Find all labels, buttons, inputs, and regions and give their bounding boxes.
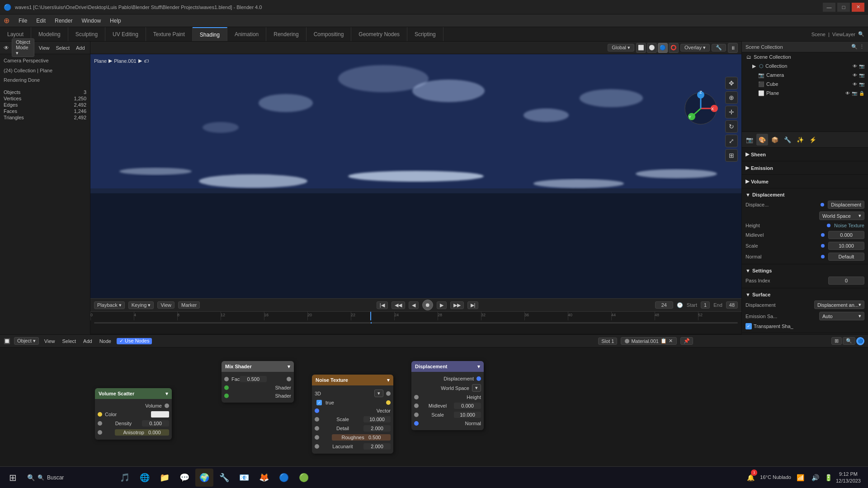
render-icon[interactable]: 📷 (859, 64, 864, 69)
pass-index-value[interactable]: 0 (828, 277, 864, 285)
pause-button[interactable]: ⏸ (728, 43, 738, 53)
height-value[interactable]: Noise Texture (834, 223, 864, 228)
overlay-toggle[interactable]: Overlay ▾ (680, 44, 710, 52)
tab-sculpting[interactable]: Sculpting (68, 27, 105, 41)
tool-transform[interactable]: ⊞ (725, 149, 738, 162)
tab-texture-paint[interactable]: Texture Paint (146, 27, 193, 41)
props-object-icon[interactable]: 📦 (769, 134, 781, 145)
viewport-view[interactable]: View (37, 44, 52, 52)
outliner-scene-collection[interactable]: 🗂 Scene Collection (742, 52, 868, 61)
play-prev-frame[interactable]: ◀ (409, 301, 419, 309)
noise-detail-value[interactable] (363, 425, 391, 432)
props-material-icon[interactable]: 🎨 (756, 134, 768, 145)
noise-scale-socket[interactable] (315, 417, 319, 422)
node-mode-selector[interactable]: Object ▾ (14, 337, 39, 345)
taskbar-blender[interactable]: 🌍 (195, 469, 213, 487)
playback-menu[interactable]: Playback ▾ (94, 301, 125, 309)
viewport-shading-rendered[interactable]: ⭕ (669, 43, 679, 53)
mix-fac-socket[interactable] (224, 377, 229, 381)
timeline-ruler[interactable]: 048121620222428323640444852 (90, 311, 741, 320)
taskbar-firefox[interactable]: 🦊 (255, 469, 273, 487)
taskbar-edge[interactable]: 🔵 (275, 469, 293, 487)
shading-selector[interactable]: Global ▾ (608, 44, 634, 52)
disp-world-space-dropdown[interactable]: ▾ (472, 384, 481, 392)
tab-animation[interactable]: Animation (227, 27, 266, 41)
settings-header[interactable]: ▼ Settings (745, 266, 864, 275)
taskbar-settings[interactable]: 🔧 (215, 469, 233, 487)
transparent-checkbox[interactable]: ✓ (745, 323, 752, 329)
surf-displacement-selector[interactable]: Displacement an... ▾ (814, 300, 864, 309)
node-node[interactable]: Node (98, 338, 113, 345)
node-editor-options[interactable]: ⊞ 🔍 🔵 (831, 337, 864, 345)
outliner-camera[interactable]: 📷 Camera 👁 📷 (742, 70, 868, 80)
volume-scatter-collapse[interactable]: ▾ (165, 391, 168, 397)
displacement-header[interactable]: ▼ Displacement (745, 190, 864, 199)
vol-scatter-color-socket[interactable] (98, 412, 102, 417)
noise-scale-value[interactable] (363, 416, 391, 422)
maximize-button[interactable]: □ (837, 3, 850, 12)
node-displacement[interactable]: Displacement ▾ Displacement World Space … (411, 361, 484, 430)
vol-scatter-anisotropy-socket[interactable] (98, 430, 102, 435)
noise-lacunarity-socket[interactable] (315, 444, 319, 449)
vol-scatter-density-socket[interactable] (98, 421, 102, 426)
outliner-plane[interactable]: ⬜ Plane 👁 📷 🔒 (742, 89, 868, 98)
node-pin[interactable]: 📌 (680, 337, 693, 345)
slot-selector[interactable]: Slot 1 (598, 338, 617, 345)
node-mix-shader[interactable]: Mix Shader ▾ Fac Shader (222, 361, 294, 403)
disp-midlevel-socket[interactable] (414, 404, 419, 408)
menu-render[interactable]: Render (51, 17, 76, 25)
disp-displacement-socket[interactable] (476, 376, 481, 381)
taskbar-chrome[interactable]: 🟢 (295, 469, 313, 487)
play-button[interactable]: ▶ (437, 301, 447, 309)
noise-fac-socket-out[interactable] (386, 391, 391, 396)
keying-menu[interactable]: Keying ▾ (128, 301, 154, 309)
noise-roughness-socket[interactable] (315, 435, 319, 440)
viewport-select[interactable]: Select (54, 44, 71, 52)
tool-rotate[interactable]: ↻ (725, 120, 738, 133)
outliner-filter[interactable]: 🔍 (851, 44, 858, 50)
taskbar-music[interactable]: 🎵 (116, 469, 134, 487)
noise-normalize-checkbox[interactable]: ✓ (316, 400, 322, 405)
vol-scatter-density-value[interactable] (142, 420, 169, 427)
noise-vector-socket[interactable] (315, 408, 319, 413)
noise-detail-socket[interactable] (315, 426, 319, 431)
material-selector[interactable]: Material.001 📋 ✕ (621, 337, 677, 345)
minimize-button[interactable]: — (823, 3, 835, 12)
scale-value[interactable]: 10.000 (828, 242, 864, 250)
noise-texture-collapse[interactable]: ▾ (387, 377, 390, 383)
menu-file[interactable]: File (15, 17, 31, 25)
vol-scatter-volume-socket[interactable] (165, 404, 169, 408)
menu-window[interactable]: Window (78, 17, 104, 25)
node-select[interactable]: Select (61, 338, 78, 345)
emission-header[interactable]: ▶ Emission (745, 163, 864, 173)
node-volume-scatter[interactable]: Volume Scatter ▾ Volume Color (95, 388, 172, 440)
tool-scale[interactable]: ⤢ (725, 135, 738, 147)
tool-cursor[interactable]: ⊕ (725, 91, 738, 104)
mix-shader-collapse[interactable]: ▾ (288, 364, 290, 370)
outliner-collection[interactable]: ▶ ⬡ Collection 👁 📷 (742, 61, 868, 70)
displacement-node-collapse[interactable]: ▾ (477, 364, 480, 370)
viewport-shading-wireframe[interactable]: ⬜ (636, 43, 646, 53)
outliner-cube[interactable]: ⬛ Cube 👁 📷 (742, 80, 868, 89)
node-add[interactable]: Add (81, 338, 94, 345)
node-view[interactable]: View (42, 338, 57, 345)
view-menu[interactable]: View (157, 301, 175, 309)
tab-uv-editing[interactable]: UV Editing (105, 27, 146, 41)
disp-height-socket[interactable] (414, 395, 419, 399)
search-button[interactable]: 🔍 🔍 Buscar (24, 469, 114, 487)
play-next-frame[interactable]: ▶▶ (450, 301, 464, 309)
play-first[interactable]: |◀ (377, 301, 388, 309)
props-particles-icon[interactable]: ✨ (794, 134, 806, 145)
plane-render-icon[interactable]: 📷 (852, 91, 857, 96)
tab-compositing[interactable]: Compositing (307, 27, 352, 41)
disp-scale-value[interactable] (454, 412, 481, 418)
gizmo-toggle[interactable]: 🔧 (712, 44, 726, 52)
wifi-icon[interactable]: 📶 (795, 469, 806, 487)
props-modifier-icon[interactable]: 🔧 (782, 134, 793, 145)
cube-visibility-icon[interactable]: 👁 (853, 82, 857, 87)
props-render-icon[interactable]: 📷 (744, 134, 755, 145)
plane-visibility-icon[interactable]: 👁 (845, 91, 850, 96)
taskbar-browser[interactable]: 🌐 (136, 469, 154, 487)
mix-fac-value[interactable] (240, 376, 267, 382)
tool-select[interactable]: ✥ (725, 77, 738, 89)
